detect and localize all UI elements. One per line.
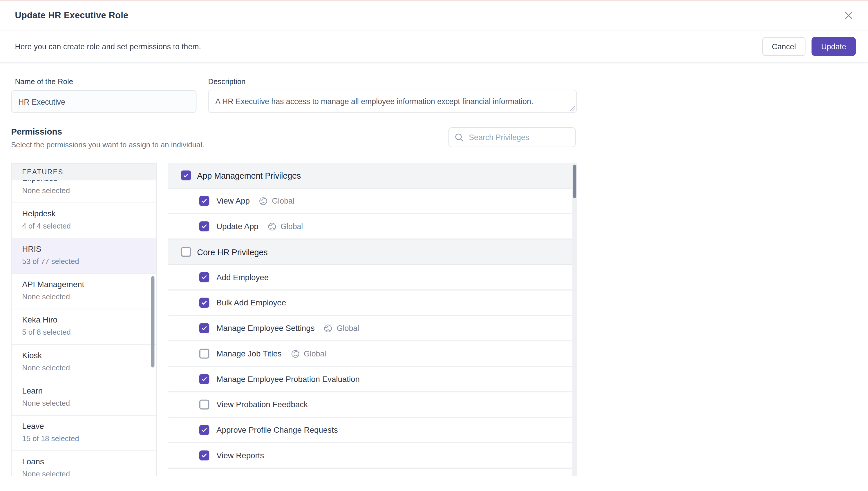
checkbox-checked[interactable] xyxy=(199,196,209,206)
modal-actionbar: Here you can create role and set permiss… xyxy=(0,31,868,63)
features-sidebar: FEATURES Expenses None selected Helpdesk… xyxy=(11,163,157,476)
check-icon xyxy=(201,299,208,306)
sidebar-item-expenses[interactable]: Expenses None selected xyxy=(11,180,156,203)
checkbox-checked[interactable] xyxy=(199,221,209,231)
cancel-button[interactable]: Cancel xyxy=(762,37,806,56)
modal-description-text: Here you can create role and set permiss… xyxy=(15,42,201,51)
privilege-row-add-employee: Add Employee xyxy=(168,265,577,291)
sidebar-item-keka-hiro[interactable]: Keka Hiro 5 of 8 selected xyxy=(11,310,156,345)
scope-indicator: Global xyxy=(259,196,294,205)
update-button[interactable]: Update xyxy=(811,37,856,56)
panel-scrollbar-track[interactable] xyxy=(572,163,577,476)
privilege-row-bulk-add-employee: Bulk Add Employee xyxy=(168,291,577,316)
modal-titlebar: Update HR Executive Role xyxy=(0,1,868,30)
privilege-group-core-hr: Core HR Privileges xyxy=(168,239,577,265)
permissions-heading: Permissions xyxy=(11,127,62,137)
features-list: Expenses None selected Helpdesk 4 of 4 s… xyxy=(11,180,156,476)
scope-indicator: Global xyxy=(267,222,303,231)
description-label: Description xyxy=(208,78,245,86)
search-icon xyxy=(455,133,464,142)
textarea-resize-handle[interactable] xyxy=(569,105,575,111)
privilege-group-app-management: App Management Privileges xyxy=(168,163,577,189)
sidebar-item-hris[interactable]: HRIS 53 of 77 selected xyxy=(11,238,156,274)
check-icon xyxy=(201,274,208,281)
check-icon xyxy=(183,172,190,179)
role-name-input[interactable] xyxy=(11,90,196,113)
search-privileges-box xyxy=(449,127,576,147)
permissions-subheading: Select the permissions you want to assig… xyxy=(11,141,204,149)
checkbox-checked[interactable] xyxy=(199,298,209,308)
sidebar-item-leave[interactable]: Leave 15 of 18 selected xyxy=(11,415,156,451)
check-icon xyxy=(201,427,208,433)
checkbox-checked[interactable] xyxy=(199,425,209,435)
check-icon xyxy=(201,376,208,382)
features-header: FEATURES xyxy=(11,164,156,180)
privilege-row-view-probation-feedback: View Probation Feedback xyxy=(168,393,577,418)
checkbox-unchecked[interactable] xyxy=(199,349,209,358)
sidebar-item-kiosk[interactable]: Kiosk None selected xyxy=(11,345,156,380)
privilege-row-manage-job-titles: Manage Job Titles Global xyxy=(168,341,577,367)
globe-icon xyxy=(290,349,300,358)
globe-icon xyxy=(323,323,333,333)
checkbox-checked[interactable] xyxy=(199,451,209,460)
name-of-role-label: Name of the Role xyxy=(15,78,73,86)
checkbox-checked[interactable] xyxy=(199,374,209,384)
globe-icon xyxy=(267,222,277,231)
privileges-panel: App Management Privileges View App Globa… xyxy=(168,163,577,476)
checkbox-unchecked[interactable] xyxy=(181,247,191,257)
page-title: Update HR Executive Role xyxy=(15,10,128,20)
check-icon xyxy=(201,223,208,230)
privilege-row-manage-employee-settings: Manage Employee Settings Global xyxy=(168,316,577,342)
panel-scrollbar-thumb[interactable] xyxy=(572,165,577,199)
search-privileges-input[interactable] xyxy=(469,133,570,142)
checkbox-checked[interactable] xyxy=(181,171,191,180)
close-icon[interactable] xyxy=(841,8,856,23)
sidebar-item-loans[interactable]: Loans None selected xyxy=(11,451,156,476)
sidebar-item-helpdesk[interactable]: Helpdesk 4 of 4 selected xyxy=(11,203,156,238)
privilege-row-approve-profile-change-requests: Approve Profile Change Requests xyxy=(168,418,577,443)
description-textarea[interactable]: A HR Executive has access to manage all … xyxy=(208,90,577,113)
action-buttons: Cancel Update xyxy=(762,37,856,56)
privilege-row-view-reports: View Reports xyxy=(168,443,577,469)
check-icon xyxy=(201,452,208,459)
privilege-row-update-app: Update App Global xyxy=(168,214,577,239)
check-icon xyxy=(201,198,208,204)
check-icon xyxy=(201,325,208,331)
checkbox-unchecked[interactable] xyxy=(199,400,209,409)
checkbox-checked[interactable] xyxy=(199,272,209,282)
checkbox-checked[interactable] xyxy=(199,323,209,333)
sidebar-item-api-management[interactable]: API Management None selected xyxy=(11,274,156,310)
sidebar-item-learn[interactable]: Learn None selected xyxy=(11,380,156,415)
sidebar-scrollbar-thumb[interactable] xyxy=(151,276,154,368)
scope-indicator: Global xyxy=(323,323,359,333)
privilege-row-view-app: View App Global xyxy=(168,189,577,214)
update-role-modal: Update HR Executive Role Here you can cr… xyxy=(0,0,868,491)
description-field-wrap: A HR Executive has access to manage all … xyxy=(208,90,577,113)
globe-icon xyxy=(259,196,268,205)
privilege-row-manage-probation-evaluation: Manage Employee Probation Evaluation xyxy=(168,367,577,393)
scope-indicator: Global xyxy=(290,349,326,358)
